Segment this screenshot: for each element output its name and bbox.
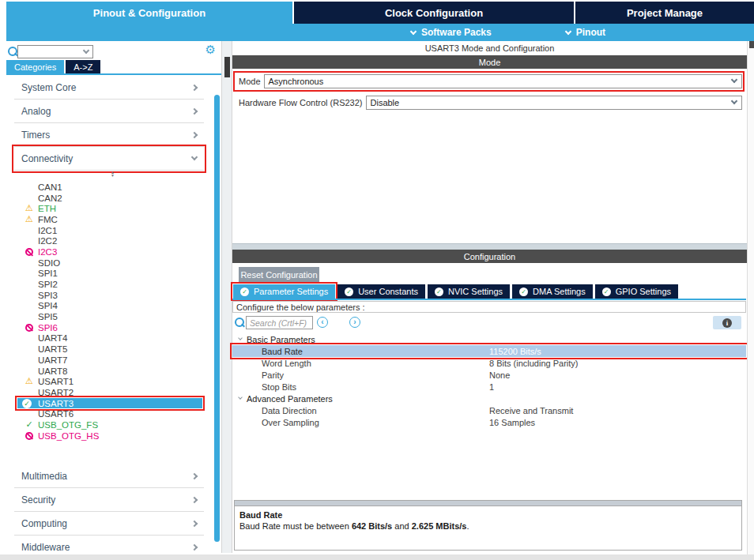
no-entry-icon: [25, 324, 33, 332]
sidebar-category-multimedia[interactable]: Multimedia: [14, 464, 204, 488]
right-scrollbar-track[interactable]: [747, 41, 754, 554]
category-label: Computing: [21, 518, 67, 529]
peripheral-can2[interactable]: CAN2: [6, 193, 209, 204]
mode-section-bar: Mode: [232, 55, 747, 69]
hw-flow-control-select[interactable]: Disable: [366, 96, 743, 110]
help-text-segment: Baud Rate must be between: [239, 521, 352, 531]
peripheral-sdio[interactable]: SDIO: [6, 257, 209, 269]
scroll-spinner-icon[interactable]: [111, 171, 115, 177]
mode-select[interactable]: Asynchronous: [264, 74, 742, 88]
peripheral-usb-otg-fs[interactable]: USB_OTG_FS: [6, 419, 209, 430]
tab-clock-configuration[interactable]: Clock Configuration: [292, 2, 575, 24]
peripheral-spi6[interactable]: SPI6: [6, 322, 209, 333]
peripheral-uart4[interactable]: UART4: [6, 333, 209, 344]
software-packs-menu[interactable]: Software Packs: [411, 27, 492, 38]
tab-a-to-z[interactable]: A->Z: [66, 60, 100, 73]
peripheral-usart3[interactable]: USART3: [17, 398, 202, 409]
param-group-label: Basic Parameters: [247, 335, 315, 344]
sidebar-tab-bar: Categories A->Z: [6, 60, 100, 73]
peripheral-can1[interactable]: CAN1: [6, 182, 209, 193]
peripheral-uart8[interactable]: UART8: [6, 366, 209, 377]
peripheral-usb-otg-hs[interactable]: USB_OTG_HS: [6, 430, 209, 442]
param-group-advanced[interactable]: Advanced Parameters: [232, 393, 746, 404]
sidebar-tab-underline: [6, 73, 221, 75]
peripheral-label: I2C1: [38, 226, 57, 235]
category-label: Timers: [21, 130, 50, 141]
peripheral-spi1[interactable]: SPI1: [6, 269, 209, 280]
peripheral-spi4[interactable]: SPI4: [6, 301, 209, 312]
peripheral-usart2[interactable]: USART2: [6, 387, 209, 398]
panel-title: USART3 Mode and Configuration: [232, 41, 747, 55]
peripheral-usart1[interactable]: USART1: [6, 376, 209, 387]
right-scrollbar-thumb[interactable]: [749, 41, 754, 48]
tab-gpio-settings[interactable]: GPIO Settings: [595, 284, 678, 299]
param-row-over-sampling[interactable]: Over Sampling 16 Samples: [232, 416, 746, 428]
peripheral-eth[interactable]: ETH: [6, 203, 209, 214]
pinout-menu[interactable]: Pinout: [566, 27, 605, 38]
panel-divider[interactable]: [221, 41, 232, 553]
peripheral-uart5[interactable]: UART5: [6, 344, 209, 355]
param-value[interactable]: 8 Bits (including Parity): [489, 359, 579, 368]
next-match-icon[interactable]: [349, 317, 360, 328]
param-value[interactable]: 1: [489, 382, 494, 392]
peripheral-spi2[interactable]: SPI2: [6, 279, 209, 290]
gutter-scrollbar-thumb[interactable]: [224, 57, 230, 77]
peripheral-label: FMC: [38, 215, 58, 224]
peripheral-i2c2[interactable]: I2C2: [6, 235, 209, 246]
warning-icon: [24, 376, 35, 386]
reset-configuration-button[interactable]: Reset Configuration: [239, 267, 319, 282]
peripheral-fmc[interactable]: FMC: [6, 214, 209, 225]
tab-categories[interactable]: Categories: [6, 60, 64, 73]
param-row-data-direction[interactable]: Data Direction Receive and Transmit: [232, 404, 746, 416]
peripheral-filter-combobox[interactable]: [17, 45, 93, 58]
tab-dma-settings[interactable]: DMA Settings: [512, 284, 593, 299]
warning-icon: [24, 203, 35, 213]
sidebar-category-connectivity[interactable]: Connectivity: [14, 147, 204, 171]
tab-parameter-settings[interactable]: Parameter Settings: [233, 284, 335, 299]
configuration-section-body: Reset Configuration Parameter Settings U…: [232, 263, 747, 554]
category-label: Middleware: [21, 542, 70, 553]
peripheral-spi3[interactable]: SPI3: [6, 290, 209, 301]
tab-pinout-configuration[interactable]: Pinout & Configuration: [6, 2, 292, 24]
param-row-parity[interactable]: Parity None: [232, 369, 746, 381]
pinout-label: Pinout: [576, 27, 605, 38]
param-value[interactable]: Receive and Transmit: [489, 406, 573, 415]
peripheral-spi5[interactable]: SPI5: [6, 311, 209, 322]
sidebar-category-computing[interactable]: Computing: [14, 512, 204, 536]
usart3-config-panel: USART3 Mode and Configuration Mode Mode …: [232, 41, 747, 554]
param-group-basic[interactable]: Basic Parameters: [232, 333, 746, 345]
sidebar-category-timers[interactable]: Timers: [14, 123, 204, 147]
tab-user-constants[interactable]: User Constants: [337, 284, 425, 299]
param-row-word-length[interactable]: Word Length 8 Bits (including Parity): [232, 357, 746, 369]
parameter-search-input[interactable]: [246, 316, 313, 329]
param-value[interactable]: 16 Samples: [489, 418, 535, 427]
info-button[interactable]: [713, 316, 741, 329]
peripheral-i2c3[interactable]: I2C3: [6, 246, 209, 257]
gear-icon[interactable]: [205, 43, 216, 55]
param-value[interactable]: 115200 Bits/s: [489, 347, 541, 356]
check-circle-icon: [602, 288, 611, 296]
tab-label: Pinout & Configuration: [93, 7, 205, 19]
chevron-right-icon: [191, 496, 198, 502]
tab-nvic-settings[interactable]: NVIC Settings: [428, 284, 510, 299]
param-value[interactable]: None: [489, 370, 510, 380]
sidebar-category-system-core[interactable]: System Core: [14, 76, 204, 100]
tab-project-manager[interactable]: Project Manage: [575, 2, 754, 24]
peripheral-uart7[interactable]: UART7: [6, 355, 209, 366]
sidebar-category-analog[interactable]: Analog: [14, 100, 204, 123]
param-row-baud-rate[interactable]: Baud Rate 115200 Bits/s: [232, 345, 746, 357]
peripheral-usart6[interactable]: USART6: [6, 408, 209, 419]
mode-section-body: Mode Asynchronous Hardware Flow Control …: [232, 69, 747, 243]
help-box-header-strip: [235, 501, 741, 506]
check-circle-icon: [345, 288, 353, 296]
parameter-tree: Basic Parameters Baud Rate 115200 Bits/s…: [232, 333, 746, 428]
peripheral-i2c1[interactable]: I2C1: [6, 225, 209, 236]
configuration-section-bar: Configuration: [232, 250, 747, 263]
previous-match-icon[interactable]: [317, 317, 328, 328]
sidebar-category-security[interactable]: Security: [14, 488, 204, 512]
tab-label: DMA Settings: [533, 287, 586, 296]
sidebar-category-middleware[interactable]: Middleware: [14, 536, 204, 553]
param-row-stop-bits[interactable]: Stop Bits 1: [232, 381, 746, 393]
sidebar-scrollbar[interactable]: [214, 95, 220, 542]
no-entry-icon: [25, 432, 33, 440]
